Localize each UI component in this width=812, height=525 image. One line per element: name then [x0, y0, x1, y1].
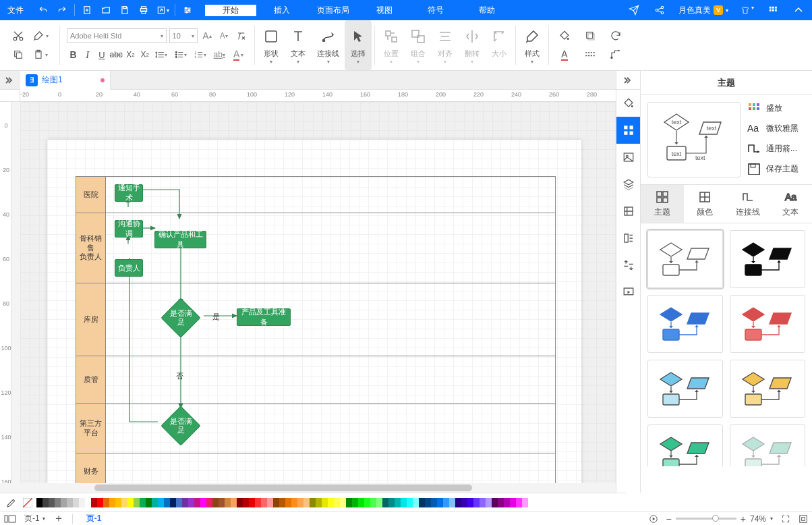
document-tab[interactable]: ∃ 绘图1: [20, 71, 111, 90]
swatch[interactable]: [443, 498, 449, 507]
swatch[interactable]: [473, 498, 480, 507]
swatch[interactable]: [352, 498, 358, 507]
node-coord[interactable]: 沟通协调: [115, 220, 143, 238]
zoom-out-button[interactable]: −: [666, 514, 672, 524]
node-notify[interactable]: 通知手术: [115, 184, 143, 202]
shape-tool[interactable]: 形状▾: [258, 20, 285, 70]
theme-prop-effect[interactable]: 盛放: [747, 102, 805, 114]
swatch[interactable]: [388, 498, 395, 507]
menu-tab-4[interactable]: 符号: [410, 5, 461, 16]
swatch[interactable]: [401, 498, 407, 507]
image-tool-icon[interactable]: [616, 144, 641, 171]
theme-cat-color[interactable]: 颜色: [684, 185, 727, 223]
superscript-button[interactable]: X2: [124, 47, 137, 63]
swatch[interactable]: [328, 498, 334, 507]
swatch[interactable]: [225, 498, 231, 507]
swatch[interactable]: [504, 498, 510, 507]
theme-prop-connector[interactable]: 通用箭...: [747, 142, 805, 155]
swatch[interactable]: [486, 498, 492, 507]
arrange-tool-icon[interactable]: [616, 252, 641, 279]
swatch[interactable]: [55, 498, 61, 507]
collapse-ribbon-icon[interactable]: [792, 7, 805, 13]
swatch[interactable]: [61, 498, 67, 507]
subscript-button[interactable]: X2: [138, 47, 151, 63]
theme-card-3[interactable]: [730, 295, 805, 353]
theme-cat-text[interactable]: Aa文本: [770, 185, 813, 223]
theme-card-6[interactable]: [647, 424, 723, 466]
copy-button[interactable]: [9, 47, 27, 63]
lane-head-qc[interactable]: 质管: [76, 356, 106, 403]
cut-button[interactable]: [9, 28, 27, 44]
swatch[interactable]: [334, 498, 340, 507]
swatch[interactable]: [97, 498, 103, 507]
shadow-button[interactable]: [581, 28, 599, 44]
format-painter-button[interactable]: ▾: [28, 28, 53, 44]
swatch[interactable]: [382, 498, 388, 507]
node-confirm[interactable]: 确认产品和工具: [154, 231, 206, 248]
layers-tool-icon[interactable]: [616, 171, 641, 198]
theme-cat-theme[interactable]: 主题: [641, 185, 684, 223]
add-page-button[interactable]: ＋: [49, 512, 68, 526]
font-name-combo[interactable]: Adobe Heiti Std▾: [67, 28, 167, 43]
data-tool-icon[interactable]: [616, 198, 641, 225]
swatch[interactable]: [170, 498, 176, 507]
style-tool[interactable]: 样式▾: [519, 20, 546, 70]
theme-card-1[interactable]: [730, 230, 805, 288]
swatch[interactable]: [346, 498, 352, 507]
vertical-ruler[interactable]: 020406080100120140160: [0, 102, 12, 483]
clear-format-button[interactable]: [233, 28, 248, 44]
theme-cat-connector[interactable]: 连接线: [726, 185, 770, 223]
swatch[interactable]: [480, 498, 486, 507]
fit-page-icon[interactable]: [777, 512, 794, 526]
swatch[interactable]: [498, 498, 504, 507]
line-style-button[interactable]: [581, 47, 599, 63]
swatch[interactable]: [413, 498, 419, 507]
theme-prop-save[interactable]: 保存主题: [747, 163, 805, 175]
swatch[interactable]: [358, 498, 364, 507]
swatch[interactable]: [291, 498, 297, 507]
expand-side-button[interactable]: [616, 71, 640, 90]
swatch[interactable]: [103, 498, 109, 507]
node-check2[interactable]: 是否满足: [167, 412, 195, 440]
swatch[interactable]: [176, 498, 182, 507]
swatch[interactable]: [134, 498, 140, 507]
swatch[interactable]: [261, 498, 267, 507]
outline-tool-icon[interactable]: [616, 225, 641, 252]
swatch[interactable]: [455, 498, 461, 507]
swatch[interactable]: [219, 498, 225, 507]
swatch[interactable]: [237, 498, 243, 507]
bold-button[interactable]: B: [67, 47, 80, 63]
page-name[interactable]: 页-1: [77, 513, 111, 524]
horizontal-ruler[interactable]: -200204060801001201401601802002202402602…: [20, 90, 616, 102]
font-color-button[interactable]: A▾: [229, 47, 248, 63]
swatch[interactable]: [158, 498, 164, 507]
swatch[interactable]: [492, 498, 498, 507]
swatch[interactable]: [467, 498, 473, 507]
swatch[interactable]: [49, 498, 55, 507]
increase-font-button[interactable]: A▴: [200, 28, 214, 44]
export-button[interactable]: ▾: [153, 0, 172, 20]
swatch[interactable]: [182, 498, 188, 507]
swatch[interactable]: [73, 498, 79, 507]
swatch[interactable]: [42, 498, 49, 507]
lane-head-finance[interactable]: 财务: [76, 453, 106, 483]
zoom-control[interactable]: − + 74% ▾: [662, 514, 777, 524]
swatch[interactable]: [303, 498, 310, 507]
swatch[interactable]: [364, 498, 370, 507]
swatch[interactable]: [121, 498, 127, 507]
swatch[interactable]: [152, 498, 158, 507]
swatch[interactable]: [188, 498, 194, 507]
menu-tab-3[interactable]: 视图: [359, 5, 410, 16]
file-menu[interactable]: 文件: [0, 5, 31, 16]
swatch[interactable]: [194, 498, 200, 507]
swatch[interactable]: [231, 498, 237, 507]
theme-card-4[interactable]: [647, 360, 723, 418]
bullets-button[interactable]: ▾: [172, 47, 190, 63]
swatch[interactable]: [243, 498, 249, 507]
swatch[interactable]: [431, 498, 437, 507]
swatch[interactable]: [370, 498, 376, 507]
font-color-button-2[interactable]: A: [556, 47, 573, 63]
page-select[interactable]: 页-1 ▾: [20, 512, 49, 526]
select-tool[interactable]: 选择▾: [345, 20, 372, 70]
text-direction-button[interactable]: ab▾: [210, 47, 229, 63]
